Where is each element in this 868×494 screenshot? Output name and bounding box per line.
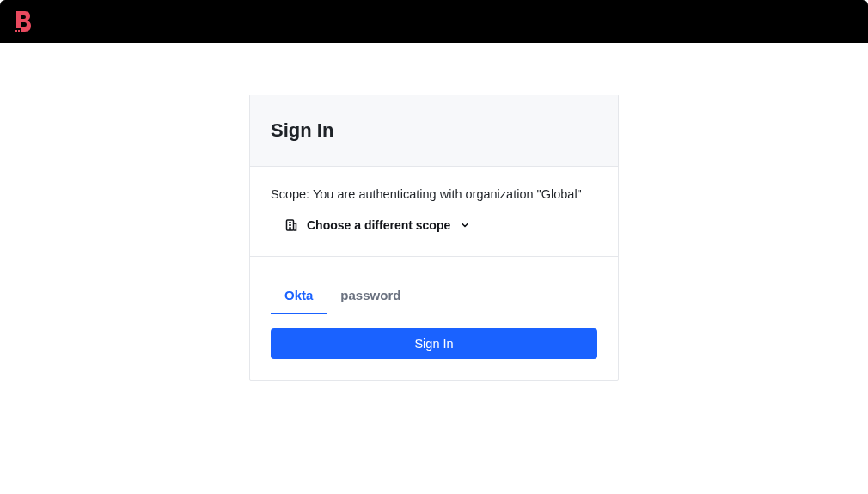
signin-button[interactable]: Sign In bbox=[271, 328, 597, 359]
tab-okta[interactable]: Okta bbox=[271, 277, 327, 314]
scope-description: Scope: You are authenticating with organ… bbox=[271, 187, 597, 201]
auth-section: Okta password Sign In bbox=[250, 257, 618, 380]
card-header: Sign In bbox=[250, 95, 618, 167]
main-content: Sign In Scope: You are authenticating wi… bbox=[0, 43, 868, 381]
scope-section: Scope: You are authenticating with organ… bbox=[250, 167, 618, 257]
chevron-down-icon bbox=[459, 219, 471, 231]
svg-rect-1 bbox=[18, 30, 20, 32]
auth-tabs: Okta password bbox=[271, 277, 597, 314]
page-title: Sign In bbox=[271, 119, 597, 142]
svg-rect-0 bbox=[15, 30, 17, 32]
scope-selector[interactable]: Choose a different scope bbox=[271, 218, 471, 232]
signin-card: Sign In Scope: You are authenticating wi… bbox=[249, 95, 619, 381]
topbar bbox=[0, 0, 868, 43]
tab-password[interactable]: password bbox=[327, 277, 414, 314]
building-icon bbox=[284, 218, 298, 232]
scope-selector-label: Choose a different scope bbox=[307, 218, 450, 232]
brand-logo-icon[interactable] bbox=[12, 9, 34, 34]
